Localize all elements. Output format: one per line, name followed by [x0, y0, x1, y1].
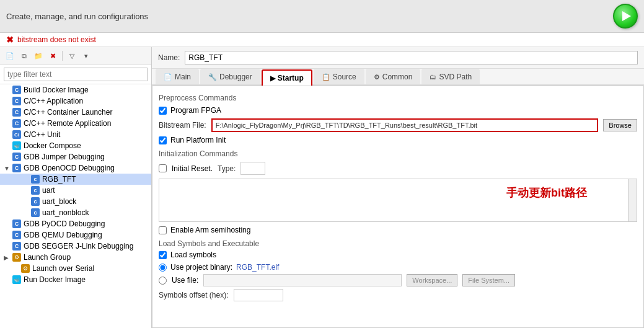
item-icon: c: [31, 175, 40, 184]
common-icon: ⚙: [374, 73, 380, 81]
workspace-button[interactable]: Workspace...: [407, 274, 457, 286]
item-icon: Ci: [12, 130, 21, 139]
item-label: Docker Compose: [24, 141, 81, 150]
error-bar: ✖ bitstream does not exist: [0, 33, 644, 47]
bitstream-input[interactable]: [211, 118, 599, 132]
item-icon: C: [12, 119, 21, 128]
browse-button[interactable]: Browse: [603, 119, 637, 131]
tree-item-rgb-tft[interactable]: c RGB_TFT: [0, 174, 151, 185]
offset-input[interactable]: [234, 289, 283, 301]
toolbar-row: 📄 ⧉ 📁 ✖ ▽ ▾: [0, 47, 151, 65]
item-label: GDB Jumper Debugging: [24, 153, 105, 161]
tabs-row: 📄 Main 🔧 Debugger ▶ Startup 📋 Source ⚙: [152, 69, 644, 86]
left-panel: 📄 ⧉ 📁 ✖ ▽ ▾ C Build Docker Image: [0, 47, 152, 328]
type-label: Type:: [218, 164, 236, 173]
tree-item-gdb-qemu[interactable]: C GDB QEMU Debugging: [0, 229, 151, 241]
item-icon: 🐳: [12, 275, 21, 284]
duplicate-button[interactable]: ⧉: [18, 50, 30, 62]
use-file-row: Use file: Workspace... File System...: [159, 274, 637, 286]
tree-item-gdb-jumper[interactable]: C GDB Jumper Debugging: [0, 151, 151, 162]
filter-button[interactable]: ▽: [66, 50, 78, 62]
tree-item-build-docker[interactable]: C Build Docker Image: [0, 84, 151, 95]
tree-item-cpp-application[interactable]: C C/C++ Application: [0, 95, 151, 107]
initial-reset-label: Initial Reset.: [172, 164, 213, 173]
tab-label: Debugger: [219, 73, 252, 81]
tree-item-uart-block[interactable]: c uart_block: [0, 196, 151, 207]
use-file-radio[interactable]: [159, 277, 167, 285]
item-label: Launch Group: [24, 253, 71, 262]
type-input[interactable]: [240, 162, 265, 175]
file-input[interactable]: [203, 274, 402, 286]
tree-item-launch-serial[interactable]: ⚙ Launch over Serial: [0, 263, 151, 274]
item-label: RGB_TFT: [42, 175, 76, 184]
tree-item-gdb-segger[interactable]: C GDB SEGGER J-Link Debugging: [0, 241, 151, 252]
tab-debugger[interactable]: 🔧 Debugger: [200, 69, 260, 84]
enable-arm-checkbox[interactable]: [159, 226, 167, 234]
run-platform-row: Run Platform Init: [159, 136, 637, 144]
item-label: GDB SEGGER J-Link Debugging: [24, 242, 133, 250]
init-commands-scrollbar: [628, 179, 637, 221]
initial-reset-row: Initial Reset. Type:: [159, 162, 637, 175]
tree-item-cpp-container[interactable]: C C/C++ Container Launcher: [0, 107, 151, 118]
tree-item-gdb-openocd[interactable]: ▼ C GDB OpenOCD Debugging: [0, 162, 151, 174]
binary-value: RGB_TFT.elf: [236, 263, 279, 272]
item-icon: C: [12, 108, 21, 117]
item-label: C/C++ Container Launcher: [24, 108, 112, 117]
use-binary-row: Use project binary: RGB_TFT.elf: [159, 263, 637, 272]
error-text: bitstream does not exist: [17, 35, 96, 44]
tab-startup[interactable]: ▶ Startup: [262, 69, 312, 86]
item-icon: C: [12, 97, 21, 105]
panel-content: Preprocess Commands Program FPGA Bitstre…: [152, 86, 644, 328]
item-icon: C: [12, 231, 21, 239]
right-panel: Name: 📄 Main 🔧 Debugger ▶ Startup 📋: [152, 47, 644, 328]
item-icon: ⚙: [21, 264, 30, 273]
delete-button[interactable]: ✖: [46, 50, 59, 62]
load-symbols-checkbox[interactable]: [159, 251, 167, 259]
item-icon: ⚙: [12, 253, 21, 262]
expand-icon: ▶: [4, 254, 10, 261]
filter-input[interactable]: [4, 68, 148, 81]
run-button[interactable]: [613, 4, 638, 29]
tree-area: C Build Docker Image C C/C++ Application…: [0, 84, 151, 328]
program-fpga-checkbox[interactable]: [159, 107, 167, 115]
startup-icon: ▶: [270, 74, 275, 82]
tree-item-docker-compose[interactable]: 🐳 Docker Compose: [0, 140, 151, 151]
tab-label: Startup: [278, 74, 304, 82]
initial-reset-checkbox[interactable]: [159, 164, 167, 172]
dropdown-button[interactable]: ▾: [80, 50, 92, 62]
toolbar-separator: [62, 51, 63, 61]
enable-arm-label: Enable Arm semihosting: [170, 226, 250, 234]
name-input[interactable]: [185, 51, 638, 64]
content-area: 📄 ⧉ 📁 ✖ ▽ ▾ C Build Docker Image: [0, 47, 644, 328]
tab-svd-path[interactable]: 🗂 SVD Path: [421, 69, 480, 84]
tree-item-run-docker[interactable]: 🐳 Run Docker Image: [0, 274, 151, 285]
tree-item-cpp-remote[interactable]: C C/C++ Remote Application: [0, 118, 151, 129]
item-icon: C: [12, 219, 21, 228]
item-label: GDB QEMU Debugging: [24, 231, 102, 239]
annotation-text: 手动更新bit路径: [506, 185, 587, 200]
tree-item-uart-nonblock[interactable]: c uart_nonblock: [0, 207, 151, 218]
run-platform-checkbox[interactable]: [159, 136, 167, 144]
main-container: Create, manage, and run configurations ✖…: [0, 0, 644, 328]
item-label: C/C++ Application: [24, 97, 83, 105]
use-binary-radio[interactable]: [159, 264, 167, 272]
filesystem-button[interactable]: File System...: [462, 274, 515, 286]
tree-item-gdb-pyocd[interactable]: C GDB PyOCD Debugging: [0, 218, 151, 229]
tree-item-cpp-unit[interactable]: Ci C/C++ Unit: [0, 129, 151, 140]
folder-button[interactable]: 📁: [32, 50, 45, 62]
header-bar: Create, manage, and run configurations: [0, 0, 644, 33]
load-symbols-row: Load symbols: [159, 250, 637, 259]
tab-label: Common: [382, 73, 413, 81]
preprocess-section-title: Preprocess Commands: [159, 94, 637, 102]
tab-common[interactable]: ⚙ Common: [366, 69, 421, 84]
new-config-button[interactable]: 📄: [4, 50, 16, 62]
item-label: C/C++ Remote Application: [24, 119, 111, 128]
tree-item-uart[interactable]: c uart: [0, 185, 151, 196]
tree-item-launch-group[interactable]: ▶ ⚙ Launch Group: [0, 252, 151, 263]
program-fpga-label: Program FPGA: [170, 106, 221, 115]
tab-main[interactable]: 📄 Main: [156, 69, 199, 84]
debugger-icon: 🔧: [208, 73, 217, 81]
tab-source[interactable]: 📋 Source: [314, 69, 364, 84]
item-label: uart_nonblock: [42, 208, 89, 217]
item-label: C/C++ Unit: [24, 130, 60, 139]
